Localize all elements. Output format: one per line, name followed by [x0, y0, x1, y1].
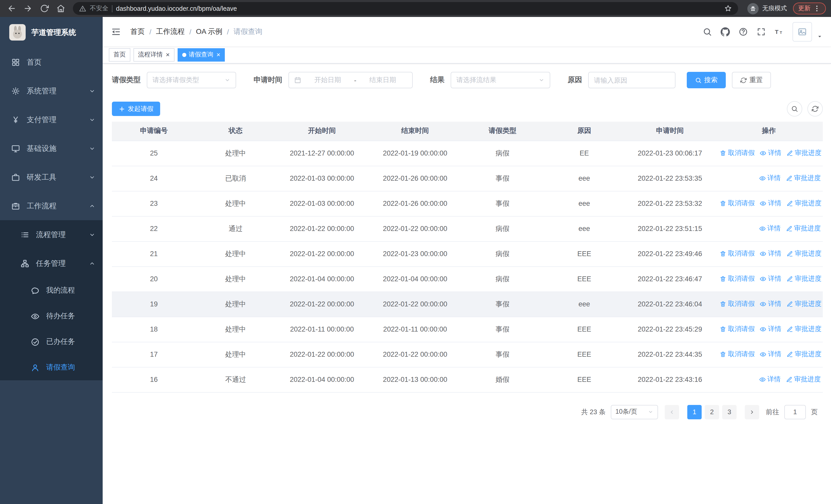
sidebar-item-system-mgmt[interactable]: 系统管理	[0, 77, 103, 105]
tab-close-icon[interactable]: ×	[166, 51, 170, 58]
page-button-3[interactable]: 3	[722, 405, 737, 419]
progress-action-link[interactable]: 审批进度	[786, 325, 822, 334]
cancel-action-label: 取消请假	[728, 299, 755, 309]
search-button[interactable]: 搜索	[687, 72, 726, 88]
sidebar-item-task-mgmt[interactable]: 任务管理	[0, 249, 103, 278]
address-bar[interactable]: 不安全 dashboard.yudao.iocoder.cn/bpm/oa/le…	[73, 2, 738, 15]
progress-action-link[interactable]: 审批进度	[786, 149, 822, 158]
status: 处理中	[196, 241, 276, 266]
app-logo[interactable]: 芋道管理系统	[0, 17, 103, 48]
column-header: 状态	[196, 122, 276, 141]
sidebar-item-todo-tasks[interactable]: 待办任务	[0, 303, 103, 329]
sidebar-item-label: 首页	[27, 57, 95, 67]
detail-action-link[interactable]: 详情	[760, 249, 781, 259]
result-select[interactable]: 请选择流结果	[451, 72, 550, 88]
apply-time-range-picker[interactable]: 开始日期 - 结束日期	[288, 72, 413, 88]
breadcrumb-item[interactable]: 工作流程	[156, 27, 185, 36]
detail-action-link[interactable]: 详情	[759, 224, 781, 233]
detail-action-link[interactable]: 详情	[760, 274, 781, 284]
browser-home-button[interactable]	[53, 1, 68, 16]
cancel-action-link[interactable]: 取消请假	[720, 149, 755, 158]
breadcrumb-item[interactable]: 首页	[131, 27, 145, 36]
browser-menu-icon[interactable]	[813, 5, 821, 12]
fullscreen-icon[interactable]	[756, 27, 766, 36]
detail-action-link[interactable]: 详情	[759, 375, 781, 384]
progress-action-link[interactable]: 审批进度	[786, 350, 822, 359]
detail-action-link[interactable]: 详情	[760, 325, 781, 334]
next-page-button[interactable]	[745, 405, 759, 419]
sidebar-item-payment-mgmt[interactable]: 支付管理	[0, 105, 103, 134]
sidebar-toggle-icon[interactable]	[111, 26, 121, 37]
cancel-action-link[interactable]: 取消请假	[720, 249, 755, 259]
progress-action-link[interactable]: 审批进度	[786, 375, 821, 384]
detail-action-link[interactable]: 详情	[760, 299, 781, 309]
gear-icon	[11, 87, 20, 95]
cancel-action-link[interactable]: 取消请假	[720, 299, 755, 309]
cancel-action-link[interactable]: 取消请假	[720, 350, 755, 359]
view-tab[interactable]: 流程详情×	[134, 48, 174, 61]
goto-page-input[interactable]	[784, 405, 806, 419]
bookmark-star-icon[interactable]	[724, 5, 732, 12]
reset-button[interactable]: 重置	[732, 72, 771, 88]
view-tab[interactable]: 请假查询×	[177, 48, 225, 61]
cancel-action-link[interactable]: 取消请假	[720, 274, 755, 284]
page-button-1[interactable]: 1	[687, 405, 701, 419]
user-avatar[interactable]	[793, 22, 812, 41]
sidebar-item-label: 请假查询	[46, 363, 95, 372]
docs-help-icon[interactable]	[739, 27, 748, 36]
sidebar-item-workflow[interactable]: 工作流程	[0, 191, 103, 220]
sidebar-item-dev-tools[interactable]: 研发工具	[0, 163, 103, 191]
user-icon	[31, 363, 39, 372]
table-refresh-icon[interactable]	[807, 101, 823, 117]
browser-back-button[interactable]	[4, 1, 19, 16]
sidebar-item-infrastructure[interactable]: 基础设施	[0, 134, 103, 163]
font-size-icon[interactable]	[775, 27, 784, 36]
header-search-icon[interactable]	[703, 27, 712, 36]
prev-page-button[interactable]	[665, 405, 679, 419]
progress-action-link[interactable]: 审批进度	[786, 174, 821, 183]
apply-time: 2022-01-22 23:53:32	[625, 191, 715, 216]
progress-action-link[interactable]: 审批进度	[786, 249, 822, 259]
table-row: 16不通过2022-01-04 00:00:002022-01-13 00:00…	[112, 367, 823, 392]
browser-reload-button[interactable]	[37, 1, 51, 16]
github-icon[interactable]	[721, 27, 730, 36]
tags-view: 首页流程详情×请假查询×	[103, 46, 831, 64]
detail-action-link[interactable]: 详情	[759, 174, 781, 183]
leave-table: 申请编号状态开始时间结束时间请假类型原因申请时间操作 25处理中2021-12-…	[112, 122, 823, 392]
create-leave-button[interactable]: 发起请假	[112, 101, 160, 116]
sidebar-item-done-tasks[interactable]: 已办任务	[0, 329, 103, 355]
sidebar-item-leave-query[interactable]: 请假查询	[0, 355, 103, 380]
status: 处理中	[196, 266, 276, 292]
page-button-2[interactable]: 2	[705, 405, 719, 419]
view-tab[interactable]: 首页	[109, 48, 131, 61]
chevron-down-icon	[89, 174, 95, 180]
leave-type: 病假	[462, 141, 544, 166]
progress-action-link[interactable]: 审批进度	[786, 224, 821, 233]
end-time: 2022-01-19 00:00:00	[369, 141, 462, 166]
leave-type-select[interactable]: 请选择请假类型	[147, 72, 236, 88]
detail-action-link[interactable]: 详情	[760, 350, 781, 359]
sidebar-item-my-process[interactable]: 我的流程	[0, 278, 103, 303]
cancel-action-label: 取消请假	[728, 350, 755, 359]
progress-action-link[interactable]: 审批进度	[786, 299, 822, 309]
status: 通过	[196, 216, 276, 241]
reason-input[interactable]	[588, 72, 676, 88]
progress-action-link[interactable]: 审批进度	[786, 199, 822, 208]
user-menu-caret-icon[interactable]	[816, 33, 823, 39]
browser-forward-button[interactable]	[21, 1, 35, 16]
cancel-action-link[interactable]: 取消请假	[720, 199, 755, 208]
browser-update-button[interactable]: 更新	[793, 3, 826, 14]
page-size-select[interactable]: 10条/页	[611, 405, 658, 419]
table-row: 25处理中2021-12-27 00:00:002022-01-19 00:00…	[112, 141, 823, 166]
tab-close-icon[interactable]: ×	[216, 51, 220, 58]
breadcrumb-item[interactable]: OA 示例	[196, 27, 223, 36]
detail-action-link[interactable]: 详情	[760, 199, 781, 208]
detail-action-link[interactable]: 详情	[760, 149, 781, 158]
leave-type: 病假	[462, 266, 544, 292]
cancel-action-link[interactable]: 取消请假	[720, 325, 755, 334]
sidebar-item-home[interactable]: 首页	[0, 48, 103, 77]
sidebar-item-process-mgmt[interactable]: 流程管理	[0, 220, 103, 249]
toggle-search-icon[interactable]	[787, 101, 802, 117]
detail-action-label: 详情	[768, 350, 781, 359]
progress-action-link[interactable]: 审批进度	[786, 274, 822, 284]
